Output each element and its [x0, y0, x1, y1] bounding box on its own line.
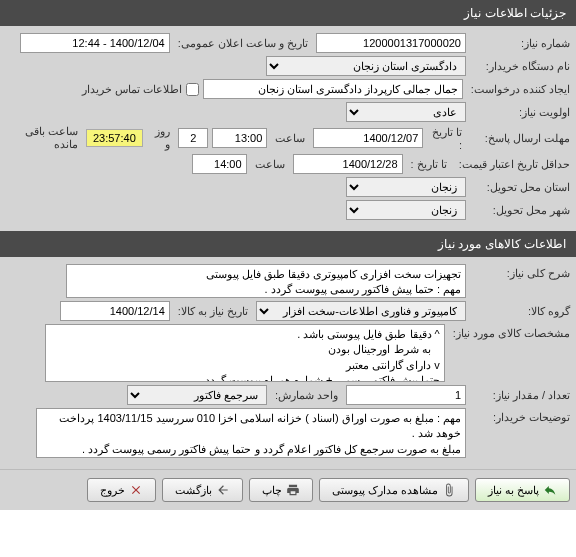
time-label-2: ساعت: [251, 158, 289, 171]
buyer-contact-checkbox-label[interactable]: اطلاعات تماس خریدار: [82, 83, 199, 96]
desc-textarea[interactable]: [66, 264, 466, 298]
buyer-notes-textarea[interactable]: [36, 408, 466, 458]
reply-time-input[interactable]: [212, 128, 267, 148]
need-date-input[interactable]: [60, 301, 170, 321]
days-remaining-input[interactable]: [178, 128, 208, 148]
print-icon: [286, 483, 300, 497]
reply-icon: [543, 483, 557, 497]
buyer-contact-checkbox[interactable]: [186, 83, 199, 96]
exit-icon: [129, 483, 143, 497]
price-valid-date-input[interactable]: [293, 154, 403, 174]
goods-info-body: شرح کلی نیاز: گروه کالا: کامپیوتر و فناو…: [0, 257, 576, 469]
buyer-notes-label: توضیحات خریدار:: [470, 408, 570, 424]
priority-label: اولویت نیاز:: [470, 106, 570, 119]
creator-input[interactable]: [203, 79, 463, 99]
group-label: گروه کالا:: [470, 305, 570, 318]
print-button-label: چاپ: [262, 484, 282, 497]
need-date-label: تاریخ نیاز به کالا:: [174, 305, 252, 318]
delivery-province-label: استان محل تحویل:: [470, 181, 570, 194]
reply-button[interactable]: پاسخ به نیاز: [475, 478, 570, 502]
back-button-label: بازگشت: [175, 484, 212, 497]
days-suffix: روز و: [147, 125, 175, 151]
need-no-label: شماره نیاز:: [470, 37, 570, 50]
reply-button-label: پاسخ به نیاز: [488, 484, 539, 497]
button-bar: پاسخ به نیاز مشاهده مدارک پیوستی چاپ باز…: [0, 469, 576, 510]
reply-date-input[interactable]: [313, 128, 423, 148]
need-info-header: جزئیات اطلاعات نیاز: [0, 0, 576, 26]
until-label-1: تا تاریخ :: [427, 126, 466, 151]
buyer-org-select[interactable]: دادگستری استان زنجان: [266, 56, 466, 76]
need-info-body: شماره نیاز: تاریخ و ساعت اعلان عمومی: نا…: [0, 26, 576, 231]
buyer-org-label: نام دستگاه خریدار:: [470, 60, 570, 73]
unit-label: واحد شمارش:: [271, 389, 342, 402]
need-no-input[interactable]: [316, 33, 466, 53]
buyer-contact-text: اطلاعات تماس خریدار: [82, 83, 182, 96]
back-button[interactable]: بازگشت: [162, 478, 243, 502]
delivery-city-select[interactable]: زنجان: [346, 200, 466, 220]
priority-select[interactable]: عادی: [346, 102, 466, 122]
time-label-1: ساعت: [271, 132, 309, 145]
desc-label: شرح کلی نیاز:: [470, 264, 570, 280]
back-icon: [216, 483, 230, 497]
attachment-icon: [442, 483, 456, 497]
price-valid-label: حداقل تاریخ اعتبار قیمت:: [455, 158, 570, 171]
group-select[interactable]: کامپیوتر و فناوری اطلاعات-سخت افزار: [256, 301, 466, 321]
spec-label: مشخصات کالای مورد نیاز:: [449, 324, 570, 340]
exit-button-label: خروج: [100, 484, 125, 497]
timer-suffix: ساعت باقی مانده: [6, 125, 82, 151]
price-valid-time-input[interactable]: [192, 154, 247, 174]
exit-button[interactable]: خروج: [87, 478, 156, 502]
qty-input[interactable]: [346, 385, 466, 405]
delivery-province-select[interactable]: زنجان: [346, 177, 466, 197]
unit-select[interactable]: سرجمع فاکتور: [127, 385, 267, 405]
delivery-city-label: شهر محل تحویل:: [470, 204, 570, 217]
reply-deadline-label: مهلت ارسال پاسخ:: [470, 132, 570, 145]
announce-label: تاریخ و ساعت اعلان عمومی:: [174, 37, 312, 50]
countdown-timer: 23:57:40: [86, 129, 143, 147]
until-label-2: تا تاریخ :: [407, 158, 451, 171]
spec-textarea[interactable]: [45, 324, 445, 382]
attachments-button-label: مشاهده مدارک پیوستی: [332, 484, 438, 497]
creator-label: ایجاد کننده درخواست:: [467, 83, 570, 96]
qty-label: تعداد / مقدار نیاز:: [470, 389, 570, 402]
print-button[interactable]: چاپ: [249, 478, 313, 502]
goods-info-header: اطلاعات کالاهای مورد نیاز: [0, 231, 576, 257]
announce-input[interactable]: [20, 33, 170, 53]
attachments-button[interactable]: مشاهده مدارک پیوستی: [319, 478, 469, 502]
